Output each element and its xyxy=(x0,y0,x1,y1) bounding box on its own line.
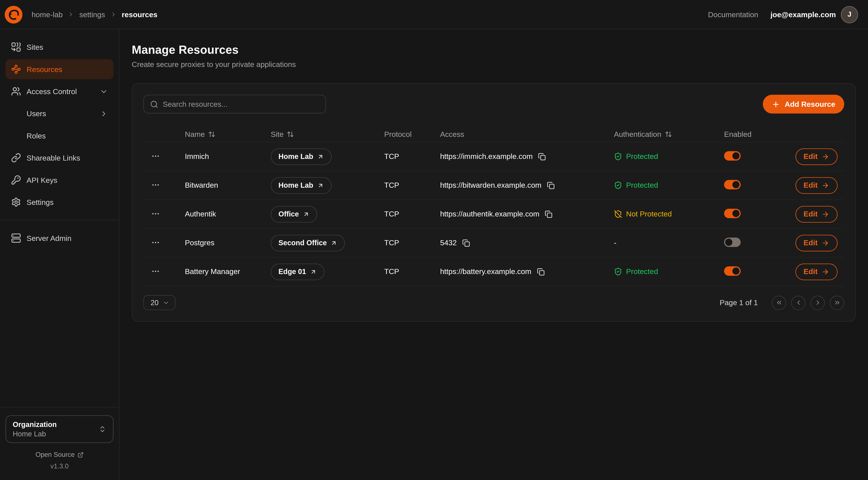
first-page-button[interactable] xyxy=(772,295,786,310)
sidebar-item-resources[interactable]: Resources xyxy=(6,59,114,79)
documentation-link[interactable]: Documentation xyxy=(708,10,758,19)
enabled-toggle[interactable] xyxy=(724,151,741,160)
sidebar-item-users[interactable]: Users xyxy=(6,103,114,123)
auth-label: Protected xyxy=(626,268,658,276)
row-menu-button[interactable] xyxy=(150,179,161,190)
next-page-button[interactable] xyxy=(810,295,825,310)
arrow-right-icon xyxy=(822,268,829,275)
resource-name: Authentik xyxy=(175,210,261,218)
sidebar-item-roles[interactable]: Roles xyxy=(6,126,114,146)
resource-access-url[interactable]: https://battery.example.com xyxy=(440,268,531,276)
header-site[interactable]: Site xyxy=(261,130,374,139)
edit-button[interactable]: Edit xyxy=(795,263,838,280)
header-site-label: Site xyxy=(271,130,283,139)
sidebar-item-shareable-links[interactable]: Shareable Links xyxy=(6,148,114,168)
app-version: v1.3.0 xyxy=(6,462,114,470)
sidebar-item-label: Settings xyxy=(27,198,54,206)
site-name: Edge 01 xyxy=(278,268,306,276)
resource-access-url[interactable]: https://immich.example.com xyxy=(440,152,533,160)
user-email[interactable]: joe@example.com xyxy=(771,10,836,19)
header-name[interactable]: Name xyxy=(175,130,261,139)
row-menu-button[interactable] xyxy=(150,237,161,248)
avatar[interactable]: J xyxy=(841,6,858,23)
toggle-knob xyxy=(732,210,740,217)
breadcrumb-org[interactable]: home-lab xyxy=(31,10,63,19)
copy-button[interactable] xyxy=(536,267,545,276)
resource-name: Battery Manager xyxy=(175,268,261,276)
edit-label: Edit xyxy=(804,268,818,276)
header-name-label: Name xyxy=(185,130,205,139)
arrow-right-icon xyxy=(822,153,829,160)
org-label: Organization xyxy=(13,420,98,429)
resource-protocol: TCP xyxy=(374,268,430,276)
resources-table: Name Site Protocol xyxy=(143,127,844,286)
copy-button[interactable] xyxy=(462,238,471,247)
last-page-button[interactable] xyxy=(830,295,844,310)
chevrons-up-down-icon xyxy=(99,425,106,433)
site-link[interactable]: Second Office xyxy=(271,235,345,251)
row-menu-button[interactable] xyxy=(150,151,161,161)
site-link[interactable]: Office xyxy=(271,206,317,222)
site-link[interactable]: Home Lab xyxy=(271,177,332,193)
main-content: Manage Resources Create secure proxies t… xyxy=(120,29,868,480)
edit-button[interactable]: Edit xyxy=(795,206,838,222)
header-authentication[interactable]: Authentication xyxy=(604,130,714,139)
waypoints-icon xyxy=(11,64,21,74)
header-authentication-label: Authentication xyxy=(614,130,661,139)
auth-label: Protected xyxy=(626,181,658,189)
enabled-toggle[interactable] xyxy=(724,266,741,275)
sidebar-item-access-control[interactable]: Access Control xyxy=(6,82,114,101)
plus-icon xyxy=(772,100,780,108)
breadcrumb-settings[interactable]: settings xyxy=(79,10,105,19)
open-source-link[interactable]: Open Source xyxy=(6,451,114,458)
edit-label: Edit xyxy=(804,152,818,160)
copy-icon xyxy=(547,181,555,189)
enabled-toggle[interactable] xyxy=(724,209,741,218)
enabled-toggle[interactable] xyxy=(724,180,741,189)
breadcrumb-resources[interactable]: resources xyxy=(122,10,157,19)
sidebar-item-api-keys[interactable]: API Keys xyxy=(6,170,114,190)
enabled-toggle[interactable] xyxy=(724,237,741,247)
edit-button[interactable]: Edit xyxy=(795,148,838,165)
chevron-right-icon xyxy=(68,11,74,18)
site-name: Home Lab xyxy=(278,152,313,160)
org-selector[interactable]: Organization Home Lab xyxy=(6,415,114,443)
sidebar-item-sites[interactable]: Sites xyxy=(6,37,114,57)
copy-button[interactable] xyxy=(538,152,547,161)
prev-page-button[interactable] xyxy=(791,295,806,310)
search-input[interactable] xyxy=(163,100,319,108)
site-link[interactable]: Edge 01 xyxy=(271,263,324,280)
auth-label: Protected xyxy=(626,152,658,160)
toggle-knob xyxy=(732,267,740,274)
shield-check-icon xyxy=(614,181,622,189)
add-resource-button[interactable]: Add Resource xyxy=(763,95,844,114)
row-menu-button[interactable] xyxy=(150,208,161,219)
auth-label: Not Protected xyxy=(626,210,672,218)
arrow-up-right-icon xyxy=(331,239,338,246)
toggle-knob xyxy=(732,152,740,159)
sidebar-item-label: Server Admin xyxy=(27,234,71,242)
chevrons-right-icon xyxy=(833,299,841,306)
auth-label: - xyxy=(614,239,617,247)
sidebar-item-server-admin[interactable]: Server Admin xyxy=(6,228,114,248)
resource-access-url[interactable]: https://authentik.example.com xyxy=(440,210,539,218)
chevron-right-icon xyxy=(110,11,117,18)
header-access-label: Access xyxy=(440,130,464,139)
toggle-knob xyxy=(732,181,740,188)
row-menu-button[interactable] xyxy=(150,266,161,277)
copy-button[interactable] xyxy=(544,210,553,218)
resource-protocol: TCP xyxy=(374,239,430,247)
external-link-icon xyxy=(78,452,84,458)
copy-button[interactable] xyxy=(547,181,555,190)
copy-icon xyxy=(537,268,545,275)
sidebar-item-settings[interactable]: Settings xyxy=(6,192,114,212)
resource-access-url[interactable]: 5432 xyxy=(440,239,457,247)
chevron-right-icon xyxy=(814,299,821,306)
edit-button[interactable]: Edit xyxy=(795,177,838,193)
resource-access-url[interactable]: https://bitwarden.example.com xyxy=(440,181,541,189)
edit-button[interactable]: Edit xyxy=(795,235,838,251)
breadcrumb: home-lab settings resources xyxy=(31,10,157,19)
page-size-select[interactable]: 20 xyxy=(143,295,176,310)
site-link[interactable]: Home Lab xyxy=(271,148,332,165)
edit-label: Edit xyxy=(804,239,818,247)
